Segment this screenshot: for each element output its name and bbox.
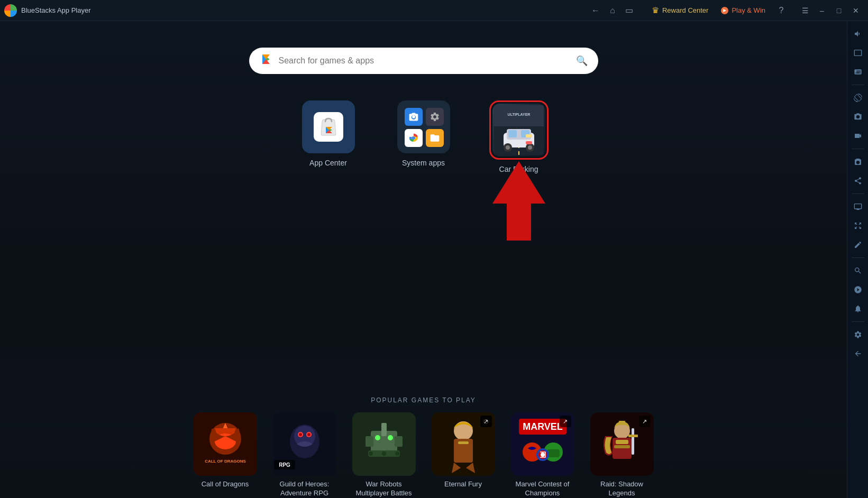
guild-of-heroes-art: RPG <box>273 412 336 476</box>
search2-icon-button[interactable] <box>849 262 866 279</box>
arrow-shaft <box>507 204 531 241</box>
tv-icon-button[interactable] <box>849 198 866 215</box>
eternal-fury-thumb: ⬡ ↗ <box>432 412 495 476</box>
svg-rect-43 <box>381 423 387 436</box>
app-center-bag <box>314 112 343 142</box>
volume-icon-button[interactable] <box>849 25 866 42</box>
system-apps-item[interactable]: System apps <box>392 100 455 167</box>
back2-icon-button[interactable] <box>849 345 866 362</box>
files-sys-icon <box>426 129 444 147</box>
system-apps-label: System apps <box>402 159 445 167</box>
google-play-icon <box>260 53 272 69</box>
crown-icon: ♛ <box>652 5 659 15</box>
play-win-button[interactable]: ▶ Play & Win <box>717 4 770 16</box>
svg-point-20 <box>528 145 532 150</box>
raid-shadow-item[interactable]: ↗ Raid: Shadow Legends <box>588 412 656 498</box>
search-icon[interactable]: 🔍 <box>576 55 588 67</box>
svg-rect-67 <box>616 440 628 444</box>
minimize-button[interactable]: – <box>814 3 830 19</box>
svg-text:MARVEL: MARVEL <box>523 421 563 432</box>
close-button[interactable]: ✕ <box>848 3 864 19</box>
edit-icon-button[interactable] <box>849 236 866 253</box>
marvel-contest-label: Marvel Contest of Champions <box>508 480 577 498</box>
system-apps-icon <box>397 100 450 153</box>
svg-rect-53 <box>458 441 469 444</box>
camera-icon-button[interactable] <box>849 108 866 125</box>
eternal-fury-label: Eternal Fury <box>444 480 482 489</box>
popular-section: POPULAR GAMES TO PLAY <box>0 388 847 498</box>
keyboard-icon-button[interactable] <box>849 63 866 80</box>
home-button[interactable]: ⌂ <box>605 3 620 18</box>
tab-button[interactable]: ▭ <box>622 3 637 18</box>
share-icon-button[interactable] <box>849 172 866 189</box>
marvel-contest-thumb: MARVEL <box>511 412 574 476</box>
car-parking-label: Car Parking <box>499 165 538 173</box>
guild-of-heroes-item[interactable]: RPG Guild of Heroes: Adventure RPG <box>270 412 339 498</box>
svg-point-44 <box>375 435 380 440</box>
external-link-icon: ↗ <box>480 416 492 427</box>
search-area: 🔍 <box>249 48 598 74</box>
popular-label: POPULAR GAMES TO PLAY <box>32 396 815 404</box>
sidebar-divider-2 <box>852 149 864 149</box>
nav-controls: ← ⌂ ▭ <box>588 3 637 18</box>
svg-text:CALL OF DRAGONS: CALL OF DRAGONS <box>205 459 246 464</box>
main-area: 🔍 <box>0 21 868 498</box>
svg-point-48 <box>382 451 386 456</box>
car-parking-inner: ULTIPLAYER <box>492 104 545 156</box>
window-controls: ☰ – □ ✕ <box>797 3 864 19</box>
guild-of-heroes-thumb: RPG <box>273 412 336 476</box>
chrome-sys-icon <box>405 129 423 147</box>
sidebar-divider-1 <box>852 85 864 85</box>
app-center-item[interactable]: App Center <box>297 100 360 167</box>
camera-sys-icon <box>405 108 423 126</box>
raid-shadow-thumb: ↗ <box>590 412 654 476</box>
eternal-fury-item[interactable]: ⬡ ↗ Eternal Fury <box>429 412 498 498</box>
sidebar-divider-5 <box>852 321 864 322</box>
apps-row: App Center <box>297 100 551 173</box>
menu-button[interactable]: ☰ <box>797 3 813 19</box>
car-parking-highlight: ULTIPLAYER <box>489 100 549 160</box>
svg-rect-41 <box>366 436 373 447</box>
notification-icon-button[interactable] <box>849 300 866 317</box>
help-button[interactable]: ? <box>774 3 789 18</box>
car-parking-item[interactable]: ULTIPLAYER Car Parking <box>487 100 551 173</box>
call-of-dragons-item[interactable]: CALL OF DRAGONS Call of Dragons <box>191 412 260 498</box>
war-robots-item[interactable]: War Robots Multiplayer Battles <box>350 412 418 498</box>
svg-point-47 <box>369 451 373 456</box>
video-icon-button[interactable] <box>849 127 866 144</box>
app-center-label: App Center <box>309 159 347 167</box>
app-center-icon <box>302 100 355 153</box>
settings-icon-button[interactable] <box>849 326 866 343</box>
right-sidebar <box>847 21 868 498</box>
reward-center-button[interactable]: ♛ Reward Center <box>647 3 712 17</box>
marvel-contest-item[interactable]: MARVEL <box>508 412 577 498</box>
screenshot-icon-button[interactable] <box>849 153 866 170</box>
call-of-dragons-art: CALL OF DRAGONS <box>194 412 257 476</box>
reward-center-label: Reward Center <box>662 6 708 14</box>
guild-of-heroes-label: Guild of Heroes: Adventure RPG <box>270 480 339 498</box>
war-robots-thumb <box>352 412 416 476</box>
play-win-dot: ▶ <box>721 7 728 14</box>
svg-rect-65 <box>619 421 625 425</box>
scale-icon-button[interactable] <box>849 217 866 234</box>
svg-rect-70 <box>628 435 638 437</box>
svg-rect-68 <box>614 445 630 448</box>
sidebar-divider-3 <box>852 193 864 194</box>
war-robots-label: War Robots Multiplayer Battles <box>350 480 418 498</box>
app-name: BlueStacks App Player <box>21 6 584 14</box>
back-button[interactable]: ← <box>588 3 603 18</box>
svg-text:RPG: RPG <box>279 462 290 468</box>
search-input[interactable] <box>279 56 570 66</box>
svg-rect-22 <box>526 141 532 144</box>
block-icon-button[interactable] <box>849 281 866 298</box>
games-row: CALL OF DRAGONS Call of Dragons <box>32 412 815 498</box>
rotate-icon-button[interactable] <box>849 89 866 106</box>
svg-point-62 <box>541 453 545 457</box>
search-bar[interactable]: 🔍 <box>249 48 598 74</box>
display-icon-button[interactable] <box>849 44 866 61</box>
svg-point-49 <box>395 451 399 456</box>
maximize-button[interactable]: □ <box>831 3 847 19</box>
titlebar-right: ♛ Reward Center ▶ Play & Win ? ☰ – □ ✕ <box>647 3 864 19</box>
call-of-dragons-thumb: CALL OF DRAGONS <box>194 412 257 476</box>
titlebar: BlueStacks App Player ← ⌂ ▭ ♛ Reward Cen… <box>0 0 868 21</box>
